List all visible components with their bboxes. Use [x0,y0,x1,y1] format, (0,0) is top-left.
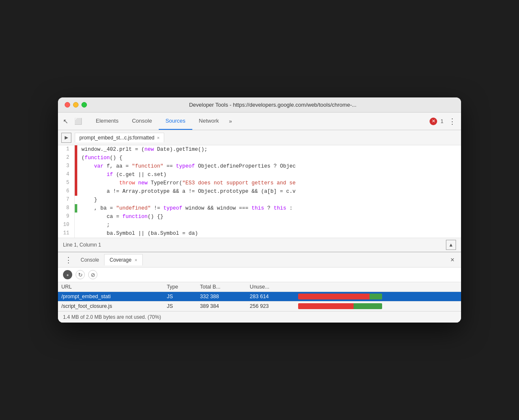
line-number: 10 [58,221,75,229]
line-content: ba.Symbol || (ba.Symbol = da) [77,229,461,238]
code-line-3: 3 var f, aa = "function" == typeof Objec… [58,162,461,171]
unused-bar [298,294,370,299]
row-bar [295,302,461,311]
table-row[interactable]: /script_foot_closure.js JS 389 384 256 9… [58,302,461,311]
cursor-position: Line 1, Column 1 [63,242,101,248]
code-editor: 1 window._402.prlt = (new Date).getTime(… [58,145,461,238]
titlebar: Developer Tools - https://developers.goo… [58,97,461,113]
format-button[interactable]: ▲ [446,240,456,250]
main-tabbar: ↖ ⬜ Elements Console Sources Network » ✕… [58,113,461,130]
line-content: window._402.prlt = (new Date).getTime(); [77,145,461,154]
code-line-8: 8 , ba = "undefined" != typeof window &&… [58,204,461,213]
code-line-1: 1 window._402.prlt = (new Date).getTime(… [58,145,461,154]
row-unused: 283 614 [246,292,295,302]
tab-console-bottom[interactable]: Console [76,255,104,265]
file-tab[interactable]: prompt_embed_st...c.js:formatted × [75,133,164,142]
code-line-2: 2 (function() { [58,154,461,162]
table-header-row: URL Type Total B... Unuse... [58,282,461,292]
record-button[interactable]: ● [63,270,72,279]
line-number: 9 [58,213,75,221]
coverage-footer: 1.4 MB of 2.0 MB bytes are not used. (70… [58,311,461,323]
coverage-toolbar: ● ↻ ⊘ [58,268,461,282]
clear-icon: ⊘ [91,272,95,278]
coverage-summary: 1.4 MB of 2.0 MB bytes are not used. (70… [63,314,161,320]
code-line-9: 9 ca = function() {} [58,213,461,221]
sources-panel: ▶ prompt_embed_st...c.js:formatted × 1 w… [58,130,461,252]
col-url: URL [58,282,163,292]
tab-elements[interactable]: Elements [89,113,125,130]
file-tab-close[interactable]: × [157,135,160,140]
bottom-menu-button[interactable]: ⋮ [61,254,76,266]
inspect-icon[interactable]: ↖ [61,116,70,127]
minimize-button[interactable] [73,102,79,108]
row-total: 332 388 [197,292,246,302]
line-number: 7 [58,196,75,204]
table-row[interactable]: /prompt_embed_stati JS 332 388 283 614 [58,292,461,302]
tabbar-right: ✕ 1 ⋮ [430,115,458,128]
row-total: 389 384 [197,302,246,311]
bottom-panel: ⋮ Console Coverage × × ● ↻ ⊘ [58,252,461,323]
window-title: Developer Tools - https://developers.goo… [91,102,454,108]
line-content: ca = function() {} [77,213,461,221]
code-lines: 1 window._402.prlt = (new Date).getTime(… [58,145,461,238]
col-bar [295,282,461,292]
coverage-tab-close[interactable]: × [134,257,137,262]
line-number: 5 [58,179,75,187]
used-bar [370,294,382,299]
error-badge: ✕ [430,118,437,125]
usage-bar [298,294,382,299]
line-content: throw new TypeError("ES3 does not suppor… [77,179,461,187]
line-content: } [77,196,461,204]
line-content: (function() { [77,154,461,162]
line-number: 6 [58,187,75,196]
line-content: ; [77,221,461,229]
bottom-panel-close[interactable]: × [447,255,458,265]
device-icon[interactable]: ⬜ [73,116,84,127]
line-content: var f, aa = "function" == typeof Object.… [77,162,461,171]
line-number: 8 [58,204,75,213]
devtools-menu-button[interactable]: ⋮ [447,115,458,128]
error-count: 1 [440,118,443,124]
row-url: /script_foot_closure.js [58,302,163,311]
more-tabs-button[interactable]: » [225,115,235,128]
line-number: 2 [58,154,75,162]
devtools-window: Developer Tools - https://developers.goo… [58,97,461,323]
tab-network[interactable]: Network [192,113,226,130]
row-unused: 256 923 [246,302,295,311]
code-line-11: 11 ba.Symbol || (ba.Symbol = da) [58,229,461,238]
clear-button[interactable]: ⊘ [88,270,97,279]
row-type: JS [163,302,197,311]
statusbar: Line 1, Column 1 ▲ [58,238,461,252]
fullscreen-button[interactable] [81,102,87,108]
col-total: Total B... [197,282,246,292]
code-line-7: 7 } [58,196,461,204]
row-type: JS [163,292,197,302]
row-url: /prompt_embed_stati [58,292,163,302]
code-line-4: 4 if (c.get || c.set) [58,171,461,179]
code-line-10: 10 ; [58,221,461,229]
col-unused: Unuse... [246,282,295,292]
line-number: 3 [58,162,75,171]
drawer-toggle-icon[interactable]: ▶ [61,133,71,143]
traffic-lights [65,102,87,108]
line-content: , ba = "undefined" != typeof window && w… [77,204,461,213]
tab-console[interactable]: Console [125,113,159,130]
refresh-button[interactable]: ↻ [76,270,85,279]
file-tabbar: ▶ prompt_embed_st...c.js:formatted × [58,130,461,145]
coverage-table-container: URL Type Total B... Unuse... /prompt_emb… [58,282,461,311]
tabbar-icons: ↖ ⬜ [61,116,84,127]
row-bar [295,292,461,302]
line-content: a != Array.prototype && a != Object.prot… [77,187,461,196]
file-tab-name: prompt_embed_st...c.js:formatted [79,135,155,141]
unused-bar [298,303,354,309]
tab-coverage[interactable]: Coverage × [104,254,143,265]
line-number: 1 [58,145,75,154]
record-icon: ● [66,273,69,277]
used-bar [354,303,382,309]
line-content: if (c.get || c.set) [77,171,461,179]
coverage-table: URL Type Total B... Unuse... /prompt_emb… [58,282,461,311]
tab-sources[interactable]: Sources [159,113,192,130]
close-button[interactable] [65,102,70,108]
code-line-6: 6 a != Array.prototype && a != Object.pr… [58,187,461,196]
refresh-icon: ↻ [78,272,83,278]
